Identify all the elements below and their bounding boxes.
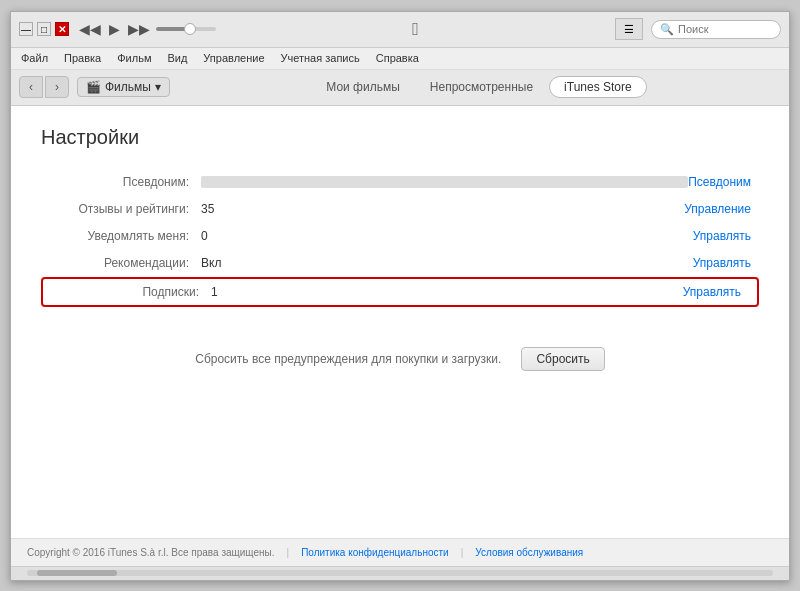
notify-value: 0	[201, 229, 693, 243]
forward-button[interactable]: ›	[45, 76, 69, 98]
search-box: 🔍	[651, 20, 781, 39]
nav-tabs: Мои фильмы Непросмотренные iTunes Store	[178, 76, 781, 98]
menu-file[interactable]: Файл	[19, 51, 50, 65]
main-content: Настройки Псевдоним: Псевдоним Отзывы и …	[11, 106, 789, 538]
footer-privacy-link[interactable]: Политика конфиденциальности	[301, 547, 449, 558]
subscriptions-value: 1	[211, 285, 683, 299]
reset-description: Сбросить все предупреждения для покупки …	[195, 352, 501, 366]
settings-row-notify: Уведомлять меня: 0 Управлять	[41, 223, 759, 250]
tab-my-movies[interactable]: Мои фильмы	[312, 77, 414, 97]
notify-action[interactable]: Управлять	[693, 229, 759, 243]
menu-controls[interactable]: Управление	[201, 51, 266, 65]
footer-terms-link[interactable]: Условия обслуживания	[475, 547, 583, 558]
subscriptions-label: Подписки:	[51, 285, 211, 299]
main-window: — □ ✕ ◀◀ ▶ ▶▶  ☰ 🔍 Файл Правка Фильм Ви…	[10, 11, 790, 581]
titlebar-center: 	[222, 19, 609, 40]
settings-row-nickname: Псевдоним: Псевдоним	[41, 169, 759, 196]
recommendations-action[interactable]: Управлять	[693, 256, 759, 270]
settings-table: Псевдоним: Псевдоним Отзывы и рейтинги: …	[41, 169, 759, 307]
notify-label: Уведомлять меня:	[41, 229, 201, 243]
reviews-action[interactable]: Управление	[684, 202, 759, 216]
back-button[interactable]: ‹	[19, 76, 43, 98]
search-icon: 🔍	[660, 23, 674, 36]
restore-button[interactable]: □	[37, 22, 51, 36]
volume-slider[interactable]	[156, 27, 216, 31]
reviews-label: Отзывы и рейтинги:	[41, 202, 201, 216]
search-input[interactable]	[678, 23, 772, 35]
nickname-action[interactable]: Псевдоним	[688, 175, 759, 189]
bottom-scrollbar[interactable]	[11, 566, 789, 580]
recommendations-value: Вкл	[201, 256, 693, 270]
menu-view[interactable]: Вид	[165, 51, 189, 65]
reset-button[interactable]: Сбросить	[521, 347, 604, 371]
scrollbar-track	[27, 570, 773, 576]
footer: Copyright © 2016 iTunes S.à r.l. Все пра…	[11, 538, 789, 566]
titlebar-right: ☰ 🔍	[615, 18, 781, 40]
titlebar: — □ ✕ ◀◀ ▶ ▶▶  ☰ 🔍	[11, 12, 789, 48]
recommendations-label: Рекомендации:	[41, 256, 201, 270]
next-track-button[interactable]: ▶▶	[128, 21, 150, 37]
tab-itunes-store[interactable]: iTunes Store	[549, 76, 647, 98]
film-icon: 🎬	[86, 80, 101, 94]
reset-section: Сбросить все предупреждения для покупки …	[41, 347, 759, 371]
subscriptions-action[interactable]: Управлять	[683, 285, 749, 299]
nickname-label: Псевдоним:	[41, 175, 201, 189]
reviews-value: 35	[201, 202, 684, 216]
section-label: Фильмы	[105, 80, 151, 94]
footer-divider-2: |	[461, 547, 464, 558]
close-button[interactable]: ✕	[55, 22, 69, 36]
settings-row-recommendations: Рекомендации: Вкл Управлять	[41, 250, 759, 277]
footer-divider-1: |	[287, 547, 290, 558]
menu-account[interactable]: Учетная запись	[279, 51, 362, 65]
apple-logo-icon: 	[412, 19, 419, 40]
minimize-button[interactable]: —	[19, 22, 33, 36]
tab-unwatched[interactable]: Непросмотренные	[416, 77, 547, 97]
page-title: Настройки	[41, 126, 759, 149]
prev-track-button[interactable]: ◀◀	[79, 21, 101, 37]
settings-row-subscriptions: Подписки: 1 Управлять	[41, 277, 759, 307]
menu-edit[interactable]: Правка	[62, 51, 103, 65]
play-button[interactable]: ▶	[109, 21, 120, 37]
dropdown-arrow-icon: ▾	[155, 80, 161, 94]
menu-help[interactable]: Справка	[374, 51, 421, 65]
nav-arrows: ‹ ›	[19, 76, 69, 98]
section-selector[interactable]: 🎬 Фильмы ▾	[77, 77, 170, 97]
footer-copyright: Copyright © 2016 iTunes S.à r.l. Все пра…	[27, 547, 275, 558]
transport-controls: ◀◀ ▶ ▶▶	[79, 21, 150, 37]
menubar: Файл Правка Фильм Вид Управление Учетная…	[11, 48, 789, 70]
list-view-button[interactable]: ☰	[615, 18, 643, 40]
nickname-value	[201, 176, 688, 188]
window-controls: — □ ✕	[19, 22, 69, 36]
volume-handle	[184, 23, 196, 35]
navbar: ‹ › 🎬 Фильмы ▾ Мои фильмы Непросмотренны…	[11, 70, 789, 106]
scrollbar-thumb	[37, 570, 117, 576]
settings-row-reviews: Отзывы и рейтинги: 35 Управление	[41, 196, 759, 223]
menu-movie[interactable]: Фильм	[115, 51, 153, 65]
